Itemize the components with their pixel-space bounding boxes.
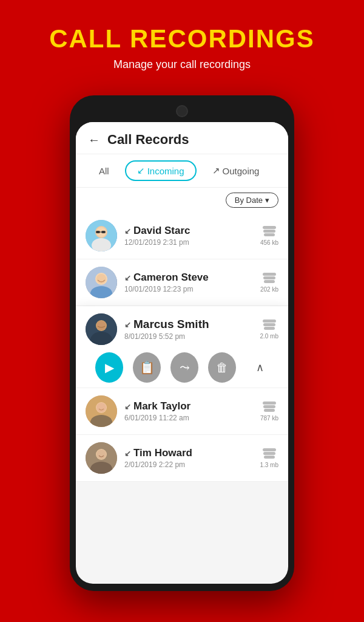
storage-icon: [263, 273, 276, 283]
share-button[interactable]: ⤳: [170, 352, 198, 383]
app-subtitle: Manage your call recordings: [12, 58, 352, 71]
app-header: CALL RECORDINGS Manage your call recordi…: [0, 0, 364, 83]
tab-incoming[interactable]: ↙ Incoming: [125, 160, 197, 181]
delete-button[interactable]: 🗑: [208, 352, 236, 383]
call-name: ↙ Marcus Smith: [124, 318, 260, 331]
call-size: 2.0 mb: [260, 320, 278, 340]
call-name: ↙ David Starc: [124, 225, 260, 237]
call-info: ↙ Mark Taylor 6/01/2019 11:22 am: [124, 400, 260, 422]
incoming-arrow-icon: ↙: [124, 273, 131, 282]
avatar: [86, 267, 117, 298]
call-date: 12/01/2019 2:31 pm: [124, 238, 260, 247]
size-label: 787 kb: [260, 415, 278, 422]
call-item[interactable]: ↙ David Starc 12/01/2019 2:31 pm 456 kb: [76, 213, 288, 259]
phone-mockup: ← Call Records All ↙ Incoming ↗ Outgoing: [0, 95, 364, 591]
play-button[interactable]: ▶: [95, 352, 123, 383]
call-name: ↙ Mark Taylor: [124, 400, 260, 412]
app-title: CALL RECORDINGS: [12, 24, 352, 53]
phone-notch: [176, 105, 188, 117]
call-item[interactable]: ↙ Cameron Steve 10/01/2019 12:23 pm 202 …: [76, 259, 288, 306]
avatar: [86, 220, 117, 251]
call-name: ↙ Cameron Steve: [124, 272, 260, 284]
chevron-down-icon: ▾: [265, 196, 269, 205]
sort-bar: By Date ▾: [76, 188, 288, 213]
incoming-arrow-icon: ↙: [124, 449, 131, 458]
call-info: ↙ Tim Howard 2/01/2019 2:22 pm: [124, 447, 260, 469]
tab-all[interactable]: All: [88, 162, 120, 180]
tab-outgoing[interactable]: ↗ Outgoing: [201, 162, 271, 180]
call-info: ↙ Marcus Smith 8/01/2019 5:52 pm: [124, 318, 260, 341]
avatar: [86, 442, 117, 474]
incoming-icon: ↙: [137, 165, 145, 176]
call-item[interactable]: ↙ Tim Howard 2/01/2019 2:22 pm 1.3 mb: [76, 435, 288, 482]
size-label: 2.0 mb: [260, 333, 278, 340]
call-info: ↙ David Starc 12/01/2019 2:31 pm: [124, 225, 260, 247]
edit-icon: 📋: [140, 360, 155, 375]
storage-icon: [263, 226, 276, 236]
size-label: 456 kb: [260, 239, 278, 246]
storage-icon: [263, 448, 276, 459]
screen-title: Call Records: [107, 132, 189, 148]
action-row: ▶ 📋 ⤳ 🗑 ∧: [86, 345, 278, 385]
call-size: 787 kb: [260, 402, 278, 422]
edit-button[interactable]: 📋: [133, 352, 161, 383]
call-size: 202 kb: [260, 273, 278, 293]
phone-notch-bar: [76, 103, 288, 122]
svg-rect-5: [101, 231, 106, 233]
size-label: 202 kb: [260, 286, 278, 293]
avatar: [86, 313, 117, 345]
collapse-button[interactable]: ∧: [246, 352, 274, 383]
call-date: 10/01/2019 12:23 pm: [124, 285, 260, 293]
call-list: ↙ David Starc 12/01/2019 2:31 pm 456 kb: [76, 213, 288, 482]
call-date: 6/01/2019 11:22 am: [124, 414, 260, 422]
svg-point-18: [96, 403, 106, 412]
sort-button[interactable]: By Date ▾: [226, 193, 278, 208]
avatar: [86, 395, 117, 427]
storage-icon: [263, 320, 276, 330]
phone-screen: ← Call Records All ↙ Incoming ↗ Outgoing: [76, 122, 288, 584]
tab-bar: All ↙ Incoming ↗ Outgoing: [76, 154, 288, 188]
call-item[interactable]: ↙ Mark Taylor 6/01/2019 11:22 am 787 kb: [76, 388, 288, 435]
svg-point-22: [96, 449, 106, 459]
trash-icon: 🗑: [216, 361, 228, 375]
outgoing-icon: ↗: [212, 165, 220, 176]
incoming-arrow-icon: ↙: [124, 320, 131, 329]
call-item-expanded[interactable]: ↙ Marcus Smith 8/01/2019 5:52 pm 2.0 mb: [76, 306, 288, 388]
size-label: 1.3 mb: [260, 462, 278, 468]
back-button[interactable]: ←: [88, 133, 100, 147]
screen-header: ← Call Records: [76, 122, 288, 154]
svg-point-14: [96, 321, 106, 330]
incoming-arrow-icon: ↙: [124, 227, 131, 236]
call-size: 1.3 mb: [260, 448, 278, 468]
svg-rect-4: [96, 231, 100, 233]
phone-frame: ← Call Records All ↙ Incoming ↗ Outgoing: [70, 95, 294, 591]
storage-icon: [263, 402, 276, 412]
play-icon: ▶: [105, 360, 114, 375]
call-date: 8/01/2019 5:52 pm: [124, 332, 260, 341]
call-info: ↙ Cameron Steve 10/01/2019 12:23 pm: [124, 272, 260, 293]
chevron-up-icon: ∧: [256, 361, 264, 374]
call-date: 2/01/2019 2:22 pm: [124, 460, 260, 469]
call-name: ↙ Tim Howard: [124, 447, 260, 459]
share-icon: ⤳: [180, 360, 190, 375]
incoming-arrow-icon: ↙: [124, 402, 131, 411]
call-size: 456 kb: [260, 226, 278, 246]
